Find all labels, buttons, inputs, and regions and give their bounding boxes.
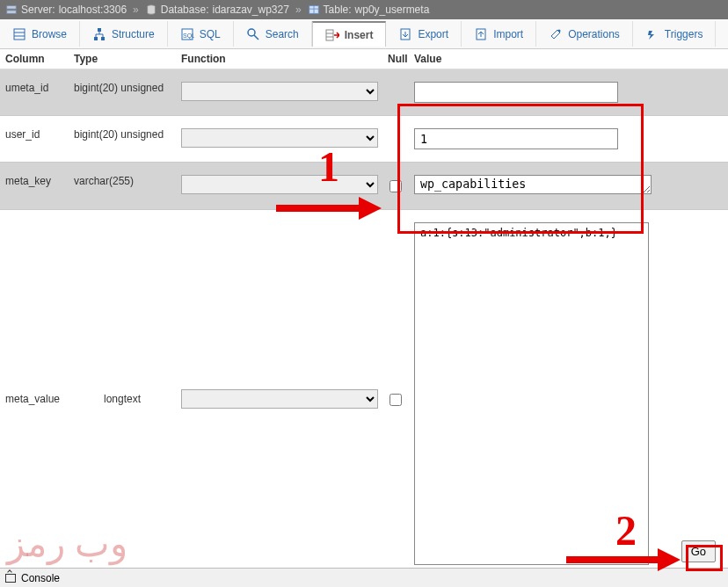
svg-point-21 <box>558 29 561 32</box>
console-icon <box>5 574 16 583</box>
tab-sql[interactable]: SQL SQL <box>168 21 234 47</box>
svg-rect-0 <box>7 6 17 10</box>
null-checkbox-meta-value[interactable] <box>389 394 402 406</box>
insert-form: umeta_id bigint(20) unsigned user_id big… <box>0 69 728 579</box>
breadcrumb: Server: localhost:3306 » Database: idara… <box>0 0 728 19</box>
tab-insert[interactable]: Insert <box>312 21 387 47</box>
tab-label: SQL <box>200 28 221 40</box>
field-name: user_id <box>0 125 69 144</box>
svg-rect-1 <box>7 11 17 14</box>
breadcrumb-table-value[interactable]: wp0y_usermeta <box>355 4 430 16</box>
field-type: bigint(20) unsigned <box>69 125 176 144</box>
header-column: Column <box>0 49 69 69</box>
structure-icon <box>92 27 106 41</box>
breadcrumb-db-label: Database: <box>161 4 209 16</box>
svg-rect-16 <box>326 30 333 40</box>
import-icon <box>474 27 488 41</box>
svg-point-14 <box>248 29 255 36</box>
svg-text:SQL: SQL <box>183 33 194 40</box>
function-select-meta-value[interactable] <box>181 389 378 409</box>
tab-export[interactable]: Export <box>386 21 462 47</box>
tab-label: Browse <box>32 28 67 40</box>
search-icon <box>246 27 260 41</box>
table-row-umeta-id: umeta_id bigint(20) unsigned <box>0 69 728 116</box>
null-checkbox-meta-key[interactable] <box>389 180 402 192</box>
breadcrumb-table-label: Table: <box>324 4 352 16</box>
tab-triggers[interactable]: Triggers <box>633 21 717 47</box>
breadcrumb-server-value[interactable]: localhost:3306 <box>59 4 127 16</box>
table-row-meta-value: meta_value longtext a:1:{s:13:"administr… <box>0 210 728 579</box>
go-button[interactable]: Go <box>681 540 716 562</box>
database-icon <box>145 4 157 16</box>
tab-label: Insert <box>345 29 374 41</box>
header-null: Null <box>382 49 409 69</box>
breadcrumb-separator: » <box>295 4 302 16</box>
breadcrumb-separator: » <box>133 4 139 16</box>
table-row-meta-key: meta_key varchar(255) wp_capabilities <box>0 163 728 210</box>
svg-rect-10 <box>94 37 98 40</box>
tab-label: Import <box>493 28 523 40</box>
triggers-icon <box>645 27 659 41</box>
field-name: meta_value <box>0 389 69 409</box>
sql-icon: SQL <box>180 27 194 41</box>
value-input-user-id[interactable] <box>414 128 618 149</box>
export-icon <box>398 27 412 41</box>
tab-import[interactable]: Import <box>462 21 536 47</box>
server-icon <box>5 4 18 16</box>
field-name: umeta_id <box>0 78 69 98</box>
tab-label: Export <box>418 28 448 40</box>
tab-label: Operations <box>568 28 620 40</box>
tab-structure[interactable]: Structure <box>80 21 168 47</box>
field-type: longtext <box>69 389 176 409</box>
field-name: meta_key <box>0 171 69 191</box>
value-textarea-meta-value[interactable]: a:1:{s:13:"administrator";b:1;} <box>414 222 649 565</box>
header-function: Function <box>176 49 382 69</box>
breadcrumb-db-value[interactable]: idarazav_wp327 <box>212 4 288 16</box>
header-type: Type <box>69 49 176 69</box>
value-input-umeta-id[interactable] <box>414 82 618 103</box>
tab-operations[interactable]: Operations <box>536 21 633 47</box>
svg-rect-11 <box>101 37 105 40</box>
console-bar[interactable]: Console <box>0 568 728 587</box>
svg-rect-9 <box>98 28 101 32</box>
tab-label: Triggers <box>665 28 703 40</box>
tab-label: Structure <box>112 28 155 40</box>
column-headers: Column Type Function Null Value <box>0 49 728 69</box>
field-type: varchar(255) <box>69 171 176 191</box>
tab-search[interactable]: Search <box>234 21 312 47</box>
browse-icon <box>12 27 26 41</box>
svg-rect-6 <box>14 29 25 40</box>
function-select-umeta-id[interactable] <box>181 82 378 101</box>
tab-label: Search <box>266 28 299 40</box>
function-select-meta-key[interactable] <box>181 175 378 194</box>
table-icon <box>308 4 320 16</box>
field-type: bigint(20) unsigned <box>69 78 176 98</box>
table-row-user-id: user_id bigint(20) unsigned <box>0 116 728 163</box>
value-input-meta-key[interactable]: wp_capabilities <box>414 175 652 194</box>
tab-browse[interactable]: Browse <box>0 21 80 47</box>
insert-icon <box>325 28 339 42</box>
svg-line-15 <box>254 35 258 40</box>
toolbar: Browse Structure SQL SQL Search Insert E… <box>0 19 728 49</box>
console-label: Console <box>21 572 60 584</box>
function-select-user-id[interactable] <box>181 128 378 148</box>
breadcrumb-server-label: Server: <box>21 4 55 16</box>
operations-icon <box>549 27 563 41</box>
header-value: Value <box>409 49 728 69</box>
